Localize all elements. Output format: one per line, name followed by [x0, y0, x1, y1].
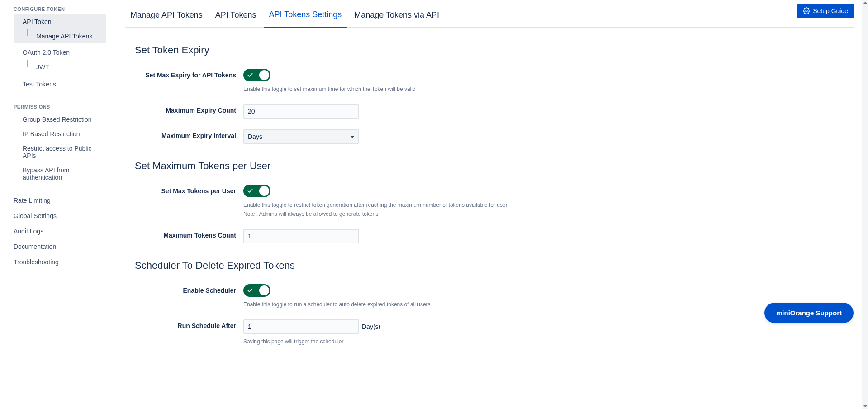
svg-point-0 [806, 10, 807, 12]
toggle-knob [259, 186, 269, 196]
check-icon [247, 287, 253, 294]
label-expiry-count: Maximum Expiry Count [135, 104, 243, 114]
sidebar: CONFIGURE TOKEN API Token Manage API Tok… [0, 0, 111, 409]
toggle-scheduler[interactable] [243, 284, 270, 297]
sidebar-item-bypass-api[interactable]: Bypass API from authentication [0, 163, 111, 185]
sidebar-item-ip-based[interactable]: IP Based Restriction [0, 127, 111, 141]
sidebar-item-troubleshooting[interactable]: Troubleshooting [0, 254, 111, 270]
help-max-tokens-1: Enable this toggle to restrict token gen… [243, 201, 508, 209]
scrollbar[interactable] [862, 0, 868, 409]
sidebar-item-global-settings[interactable]: Global Settings [0, 208, 111, 224]
sidebar-item-api-token-group: API Token Manage API Tokens [14, 14, 106, 43]
check-icon [247, 72, 253, 78]
chevron-down-icon [350, 136, 355, 138]
sidebar-section-configure-token: CONFIGURE TOKEN [0, 4, 111, 14]
main-content: Manage API Tokens API Tokens API Tokens … [111, 0, 868, 409]
input-expiry-count[interactable] [243, 104, 359, 119]
section-max-tokens: Set Maximum Tokens per User Set Max Toke… [125, 160, 854, 243]
toggle-max-tokens[interactable] [243, 185, 270, 197]
scroll-down-icon [863, 405, 867, 407]
setup-guide-label: Setup Guide [813, 7, 848, 14]
heading-token-expiry: Set Token Expiry [135, 44, 854, 56]
label-expiry-interval: Maximum Expiry Interval [135, 129, 243, 139]
tab-api-tokens-settings[interactable]: API Tokens Settings [264, 5, 347, 28]
sidebar-section-permissions: PERMISSIONS [0, 101, 111, 112]
section-token-expiry: Set Token Expiry Set Max Expiry for API … [125, 44, 854, 144]
sidebar-item-rate-limiting[interactable]: Rate Limiting [0, 193, 111, 208]
label-run-schedule: Run Schedule After [135, 319, 243, 329]
sidebar-item-restrict-public[interactable]: Restrict access to Public APIs [0, 141, 111, 163]
select-expiry-interval[interactable]: Days [243, 129, 359, 144]
help-max-expiry: Enable this toggle to set maximum time f… [243, 85, 416, 93]
check-icon [247, 188, 253, 194]
help-max-tokens-2: Note : Admins will always be allowed to … [243, 210, 508, 218]
label-scheduler-toggle: Enable Scheduler [135, 284, 243, 294]
sidebar-item-oauth-token[interactable]: OAuth 2.0 Token [0, 45, 111, 60]
scroll-up-icon [863, 2, 867, 4]
select-expiry-interval-value: Days [248, 133, 262, 140]
help-save-trigger: Saving this page will trigger the schedu… [243, 338, 481, 346]
sidebar-item-api-token[interactable]: API Token [14, 14, 106, 29]
sidebar-item-group-based[interactable]: Group Based Restriction [0, 112, 111, 127]
setup-guide-button[interactable]: Setup Guide [797, 4, 854, 18]
input-max-tokens-count[interactable] [243, 229, 359, 243]
tab-manage-tokens-via-api[interactable]: Manage Tokens via API [349, 6, 445, 27]
tabs: Manage API Tokens API Tokens API Tokens … [125, 5, 854, 28]
label-max-tokens-toggle: Set Max Tokens per User [135, 185, 243, 195]
toggle-knob [259, 70, 269, 80]
input-run-schedule[interactable] [243, 319, 359, 334]
tab-manage-api-tokens[interactable]: Manage API Tokens [125, 6, 208, 27]
label-max-expiry-toggle: Set Max Expiry for API Tokens [135, 69, 243, 79]
section-scheduler: Scheduler To Delete Expired Tokens Enabl… [125, 260, 854, 346]
help-scheduler: Enable this toggle to run a scheduler to… [243, 300, 431, 309]
sidebar-item-audit-logs[interactable]: Audit Logs [0, 224, 111, 239]
unit-days: Day(s) [362, 323, 380, 330]
toggle-max-expiry[interactable] [243, 69, 270, 81]
gear-icon [803, 7, 810, 14]
tab-api-tokens[interactable]: API Tokens [210, 6, 262, 27]
sidebar-item-documentation[interactable]: Documentation [0, 239, 111, 254]
sidebar-item-test-tokens[interactable]: Test Tokens [0, 77, 111, 91]
heading-scheduler: Scheduler To Delete Expired Tokens [135, 260, 854, 271]
sidebar-item-jwt[interactable]: JWT [0, 60, 111, 74]
sidebar-item-manage-api-tokens[interactable]: Manage API Tokens [14, 29, 106, 43]
label-max-tokens-count: Maximum Tokens Count [135, 229, 243, 239]
support-button[interactable]: miniOrange Support [764, 303, 854, 323]
heading-max-tokens: Set Maximum Tokens per User [135, 160, 854, 172]
toggle-knob [259, 285, 269, 295]
